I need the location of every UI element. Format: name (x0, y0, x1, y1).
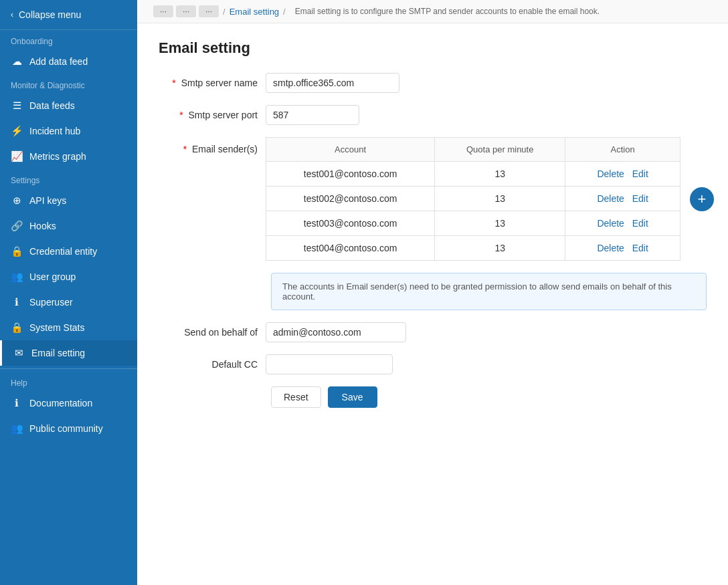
content-area: Email setting * Smtp server name * Smtp … (137, 23, 728, 585)
breadcrumb: ··· ··· ··· / Email setting / Email sett… (137, 0, 728, 23)
email-senders-table: Account Quota per minute Action test001@… (266, 137, 680, 261)
smtp-server-name-row: * Smtp server name (159, 73, 707, 93)
breadcrumb-separator: / (223, 7, 225, 17)
sidebar-item-metrics-graph[interactable]: 📈 Metrics graph (0, 144, 137, 169)
edit-link[interactable]: Edit (632, 168, 648, 179)
table-row: test002@contoso.com 13 Delete Edit (266, 187, 680, 211)
quota-cell: 13 (435, 162, 565, 187)
breadcrumb-tab-3[interactable]: ··· (199, 5, 219, 17)
breadcrumb-current: Email setting (230, 7, 279, 17)
action-cell: Delete Edit (565, 211, 680, 236)
action-cell: Delete Edit (565, 236, 680, 261)
required-star-2: * (179, 110, 183, 120)
delete-link[interactable]: Delete (597, 218, 624, 229)
account-cell: test002@contoso.com (266, 187, 435, 211)
sidebar-item-data-feeds[interactable]: ☰ Data feeds (0, 93, 137, 118)
sidebar-item-label: Data feeds (29, 100, 75, 111)
edit-link[interactable]: Edit (632, 218, 648, 229)
sidebar-item-credential-entity[interactable]: 🔒 Credential entity (0, 239, 137, 264)
save-button[interactable]: Save (328, 386, 377, 408)
smtp-server-name-input[interactable] (266, 73, 399, 93)
smtp-server-name-label: * Smtp server name (159, 78, 266, 88)
action-buttons: Reset Save (271, 386, 707, 408)
breadcrumb-tabs: ··· ··· ··· (153, 5, 219, 17)
settings-section-label: Settings (0, 169, 137, 188)
lock-icon: 🔒 (11, 245, 23, 257)
action-cell: Delete Edit (565, 162, 680, 187)
default-cc-input[interactable] (266, 354, 393, 374)
onboarding-section-label: Onboarding (0, 30, 137, 49)
quota-cell: 13 (435, 236, 565, 261)
add-sender-button[interactable]: + (690, 187, 714, 211)
breadcrumb-description: Email setting is to configure the SMTP a… (295, 7, 600, 16)
sidebar-item-api-keys[interactable]: ⊕ API keys (0, 188, 137, 213)
quota-cell: 13 (435, 187, 565, 211)
account-cell: test004@contoso.com (266, 236, 435, 261)
sidebar-item-label: Documentation (29, 398, 92, 408)
sidebar-item-system-stats[interactable]: 🔒 System Stats (0, 315, 137, 340)
sidebar-item-label: Public community (29, 423, 103, 434)
sidebar-item-label: Add data feed (29, 56, 88, 67)
info-message: The accounts in Email sender(s) need to … (282, 281, 672, 302)
account-cell: test003@contoso.com (266, 211, 435, 236)
sidebar-item-label: API keys (29, 195, 66, 206)
users-icon: 👥 (11, 271, 23, 283)
info-icon: ℹ (11, 296, 23, 308)
sidebar-item-label: Metrics graph (29, 151, 86, 162)
breadcrumb-tab-1[interactable]: ··· (153, 5, 173, 17)
list-icon: ☰ (11, 100, 23, 112)
sidebar-item-public-community[interactable]: 👥 Public community (0, 416, 137, 441)
edit-link[interactable]: Edit (632, 193, 648, 204)
sidebar-item-hooks[interactable]: 🔗 Hooks (0, 213, 137, 239)
email-senders-label: * Email sender(s) (159, 137, 266, 154)
stats-lock-icon: 🔒 (11, 322, 23, 334)
delete-link[interactable]: Delete (597, 193, 624, 204)
sidebar-item-label: Email setting (31, 348, 85, 358)
send-on-behalf-row: Send on behalf of (159, 322, 707, 342)
sidebar-item-email-setting[interactable]: ✉ Email setting (0, 340, 137, 366)
key-icon: ⊕ (11, 195, 23, 207)
chevron-left-icon: ‹ (11, 10, 13, 19)
smtp-server-port-row: * Smtp server port (159, 105, 707, 125)
delete-link[interactable]: Delete (597, 168, 624, 179)
page-title: Email setting (159, 39, 707, 57)
sidebar-item-incident-hub[interactable]: ⚡ Incident hub (0, 118, 137, 144)
info-box: The accounts in Email sender(s) need to … (271, 273, 707, 310)
email-icon: ✉ (13, 347, 25, 359)
default-cc-row: Default CC (159, 354, 707, 374)
sidebar-item-label: Hooks (29, 221, 56, 231)
breadcrumb-tab-2[interactable]: ··· (176, 5, 196, 17)
table-row: test001@contoso.com 13 Delete Edit (266, 162, 680, 187)
sidebar-item-documentation[interactable]: ℹ Documentation (0, 390, 137, 416)
sidebar-item-label: System Stats (29, 322, 84, 333)
community-icon: 👥 (11, 423, 23, 435)
account-cell: test001@contoso.com (266, 162, 435, 187)
collapse-menu-button[interactable]: ‹ Collapse menu (0, 0, 137, 30)
sidebar-item-user-group[interactable]: 👥 User group (0, 264, 137, 289)
breadcrumb-separator-2: / (283, 7, 286, 17)
edit-link[interactable]: Edit (632, 243, 648, 253)
quota-cell: 13 (435, 211, 565, 236)
table-row: test004@contoso.com 13 Delete Edit (266, 236, 680, 261)
sidebar-item-label: Credential entity (29, 246, 97, 257)
collapse-menu-label: Collapse menu (19, 9, 81, 20)
monitor-section-label: Monitor & Diagnostic (0, 74, 137, 93)
action-cell: Delete Edit (565, 187, 680, 211)
send-on-behalf-label: Send on behalf of (159, 327, 266, 338)
delete-link[interactable]: Delete (597, 243, 624, 253)
sidebar-item-superuser[interactable]: ℹ Superuser (0, 289, 137, 315)
send-on-behalf-input[interactable] (266, 322, 406, 342)
reset-button[interactable]: Reset (271, 386, 321, 408)
smtp-server-port-label: * Smtp server port (159, 110, 266, 120)
required-star-3: * (183, 144, 187, 154)
col-header-action: Action (565, 138, 680, 162)
smtp-server-port-input[interactable] (266, 105, 359, 125)
required-star: * (172, 78, 175, 88)
col-header-account: Account (266, 138, 435, 162)
sidebar-item-add-data-feed[interactable]: ☁ Add data feed (0, 49, 137, 74)
cloud-icon: ☁ (11, 55, 23, 68)
hook-icon: 🔗 (11, 220, 23, 232)
email-table-wrapper: Account Quota per minute Action test001@… (266, 137, 680, 261)
main-content: ··· ··· ··· / Email setting / Email sett… (137, 0, 728, 585)
lightning-icon: ⚡ (11, 125, 23, 137)
